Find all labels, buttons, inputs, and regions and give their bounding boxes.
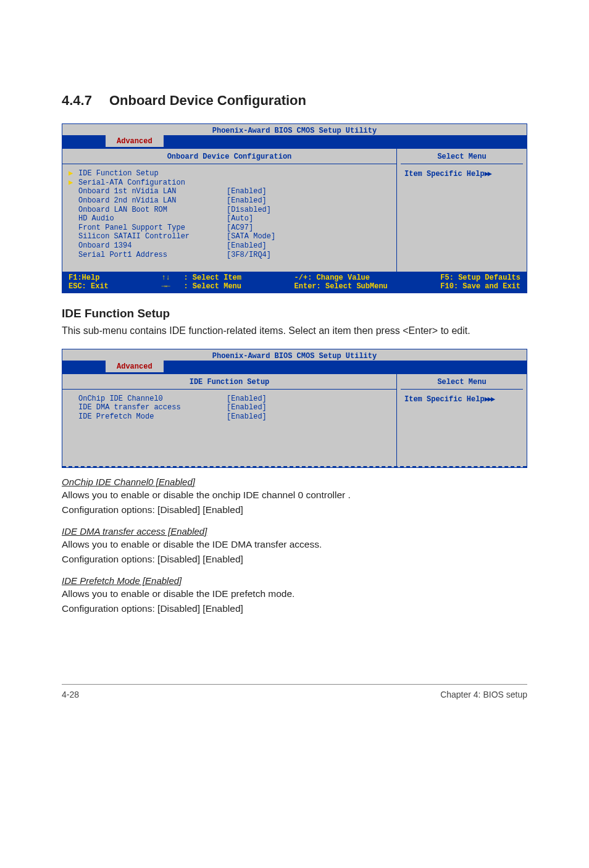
- bios-config-row[interactable]: Onboard 2nd nVidia LAN[Enabled]: [69, 196, 390, 206]
- config-value: [AC97]: [227, 223, 390, 233]
- bios-config-row[interactable]: Serial Port1 Address[3F8/IRQ4]: [69, 251, 390, 260]
- bios-tab-advanced[interactable]: Advanced: [106, 135, 164, 147]
- submenu-arrow-icon: [69, 412, 78, 422]
- bios-config-row[interactable]: IDE Prefetch Mode[Enabled]: [69, 412, 390, 422]
- bios-tab-row: Advanced: [62, 135, 527, 149]
- config-value: [227, 169, 390, 178]
- submenu-arrow-icon: ▶: [69, 169, 78, 178]
- item-config-options: Configuration options: [Disabled] [Enabl…: [62, 602, 527, 616]
- triangle-right-icon: ▶▶▶: [485, 395, 495, 404]
- config-label: HD Audio: [78, 214, 227, 223]
- page-footer: 4-28 Chapter 4: BIOS setup: [62, 684, 527, 699]
- bios-right-hint: Item Specific Help: [404, 170, 485, 178]
- footer-select-item: ↑↓ : Select Item: [161, 273, 241, 282]
- config-value: [SATA Mode]: [227, 232, 390, 241]
- config-value: [Enabled]: [227, 196, 390, 206]
- config-label: Serial Port1 Address: [78, 251, 227, 260]
- config-value: [Enabled]: [227, 412, 390, 422]
- footer-f10: F10: Save and Exit: [440, 282, 520, 291]
- config-value: [Auto]: [227, 214, 390, 223]
- bios-config-row[interactable]: Front Panel Support Type[AC97]: [69, 223, 390, 233]
- bios-config-row[interactable]: Onboard 1st nVidia LAN[Enabled]: [69, 187, 390, 196]
- submenu-arrow-icon: [69, 187, 78, 196]
- submenu-arrow-icon: [69, 214, 78, 223]
- footer-select-menu: →← : Select Menu: [161, 282, 241, 291]
- section-heading: 4.4.7Onboard Device Configuration: [62, 93, 527, 109]
- bios-screenshot-2: Phoenix-Award BIOS CMOS Setup Utility Ad…: [62, 349, 527, 468]
- submenu-arrow-icon: [69, 232, 78, 241]
- config-label: Silicon SATAII Controller: [78, 232, 227, 241]
- page-number: 4-28: [62, 690, 79, 699]
- submenu-arrow-icon: [69, 196, 78, 206]
- bios-left-title: IDE Function Setup: [62, 377, 396, 390]
- item-title: IDE DMA transfer access [Enabled]: [62, 526, 527, 536]
- chapter-label: Chapter 4: BIOS setup: [440, 690, 527, 699]
- footer-esc: ESC: Exit: [69, 282, 109, 291]
- submenu-arrow-icon: [69, 251, 78, 260]
- item-config-options: Configuration options: [Disabled] [Enabl…: [62, 503, 527, 517]
- bios-footer: F1:Help ESC: Exit ↑↓ : Select Item →← : …: [62, 272, 527, 293]
- bios-config-row[interactable]: OnChip IDE Channel0[Enabled]: [69, 394, 390, 404]
- section-number: 4.4.7: [62, 93, 92, 109]
- config-value: [227, 178, 390, 188]
- config-label: OnChip IDE Channel0: [78, 394, 227, 404]
- submenu-arrow-icon: [69, 394, 78, 404]
- submenu-arrow-icon: [69, 206, 78, 215]
- footer-change-value: -/+: Change Value: [294, 273, 370, 282]
- bios-config-row[interactable]: Silicon SATAII Controller[SATA Mode]: [69, 232, 390, 241]
- item-config-options: Configuration options: [Disabled] [Enabl…: [62, 553, 527, 566]
- footer-f1: F1:Help: [69, 273, 99, 282]
- config-value: [Enabled]: [227, 187, 390, 196]
- bios-right-title: Select Menu: [401, 377, 523, 390]
- footer-f5: F5: Setup Defaults: [440, 273, 520, 282]
- bios-right-panel: Select Menu Item Specific Help▶▶▶: [397, 374, 527, 466]
- bios-config-row[interactable]: IDE DMA transfer access[Enabled]: [69, 403, 390, 412]
- config-value: [3F8/IRQ4]: [227, 251, 390, 260]
- item-desc: Allows you to enable or disable the IDE …: [62, 538, 527, 551]
- bios-config-row[interactable]: Onboard 1394[Enabled]: [69, 241, 390, 251]
- footer-enter: Enter: Select SubMenu: [294, 282, 388, 291]
- submenu-arrow-icon: [69, 223, 78, 233]
- item-desc: Allows you to enable or disable the onch…: [62, 488, 527, 502]
- sub-heading: IDE Function Setup: [62, 307, 527, 320]
- item-title: OnChip IDE Channel0 [Enabled]: [62, 477, 527, 487]
- config-label: IDE DMA transfer access: [78, 403, 227, 412]
- submenu-arrow-icon: ▶: [69, 178, 78, 188]
- bios-right-hint: Item Specific Help: [404, 395, 485, 404]
- config-value: [Enabled]: [227, 403, 390, 412]
- section-title: Onboard Device Configuration: [109, 93, 306, 108]
- config-label: IDE Prefetch Mode: [78, 412, 227, 422]
- bios-config-row[interactable]: ▶Serial-ATA Configuration: [69, 178, 390, 188]
- sub-paragraph: This sub-menu contains IDE function-rela…: [62, 324, 527, 338]
- bios-screenshot-1: Phoenix-Award BIOS CMOS Setup Utility Ad…: [62, 123, 527, 293]
- bios-tab-advanced[interactable]: Advanced: [106, 361, 164, 372]
- bios-config-row[interactable]: HD Audio[Auto]: [69, 214, 390, 223]
- submenu-arrow-icon: [69, 403, 78, 412]
- config-label: Front Panel Support Type: [78, 223, 227, 233]
- item-title: IDE Prefetch Mode [Enabled]: [62, 575, 527, 586]
- config-value: [Enabled]: [227, 241, 390, 251]
- bios-left-panel: IDE Function Setup OnChip IDE Channel0[E…: [62, 374, 397, 466]
- bios-left-panel: Onboard Device Configuration ▶IDE Functi…: [62, 149, 397, 272]
- config-label: Onboard 2nd nVidia LAN: [78, 196, 227, 206]
- config-label: Onboard 1394: [78, 241, 227, 251]
- bios-right-panel: Select Menu Item Specific Help▶▶: [397, 149, 527, 272]
- bios-config-row[interactable]: Onboard LAN Boot ROM[Disabled]: [69, 206, 390, 215]
- config-value: [Disabled]: [227, 206, 390, 215]
- config-value: [Enabled]: [227, 394, 390, 404]
- config-label: IDE Function Setup: [78, 169, 227, 178]
- triangle-right-icon: ▶▶: [485, 170, 491, 178]
- bios-tab-row: Advanced: [62, 361, 527, 374]
- config-label: Serial-ATA Configuration: [78, 178, 227, 188]
- submenu-arrow-icon: [69, 241, 78, 251]
- bios-right-title: Select Menu: [401, 151, 523, 164]
- bios-title: Phoenix-Award BIOS CMOS Setup Utility: [62, 349, 527, 361]
- item-desc: Allows you to enable or disable the IDE …: [62, 587, 527, 601]
- config-label: Onboard 1st nVidia LAN: [78, 187, 227, 196]
- bios-config-row[interactable]: ▶IDE Function Setup: [69, 169, 390, 178]
- config-label: Onboard LAN Boot ROM: [78, 206, 227, 215]
- bios-title: Phoenix-Award BIOS CMOS Setup Utility: [62, 124, 527, 135]
- bios-left-title: Onboard Device Configuration: [62, 151, 396, 164]
- dashed-separator: [62, 466, 527, 467]
